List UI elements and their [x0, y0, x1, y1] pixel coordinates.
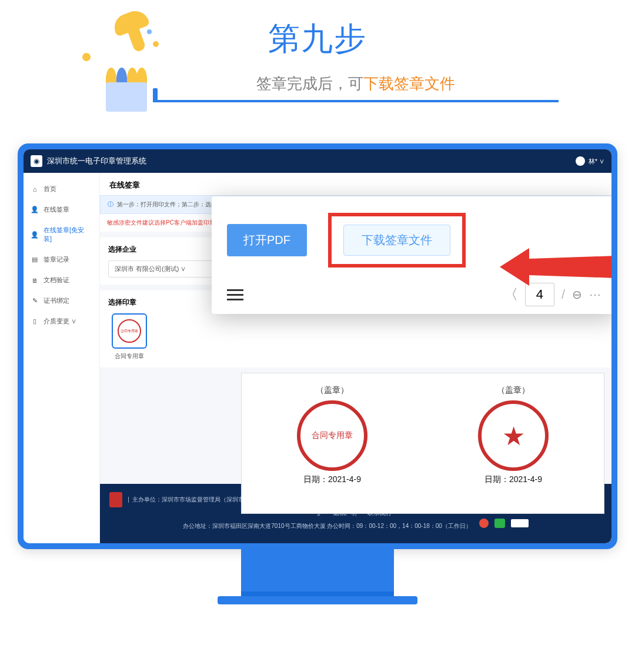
app-title: 深圳市统一电子印章管理系统	[47, 156, 146, 166]
sidebar-item-home[interactable]: ⌂ 首页	[24, 179, 99, 199]
doc-seal-block-2: （盖章） ★ 日期：2021-4-9	[437, 385, 590, 513]
stamp-icon	[105, 5, 166, 66]
sidebar-item-label: 证书绑定	[44, 296, 69, 305]
monitor-screen: ◉ 深圳市统一电子印章管理系统 林* ∨ ⌂ 首页 👤	[18, 143, 617, 549]
sidebar-item-label: 在线签章	[44, 205, 69, 214]
seal-center-text-1: 合同专用章	[312, 430, 353, 441]
sidebar-item-online-sign[interactable]: 👤 在线签章	[24, 199, 99, 220]
seal-name: 合同专用章	[108, 352, 151, 360]
sidebar-item-media-change[interactable]: ▯ 介质变更 ∨	[24, 311, 99, 332]
monitor-base	[218, 596, 417, 604]
monitor: ◉ 深圳市统一电子印章管理系统 林* ∨ ⌂ 首页 👤	[18, 143, 617, 604]
seal-small-icon: 合同专用章	[118, 319, 141, 343]
sidebar-item-label: 签章记录	[44, 255, 69, 264]
wechat-icon[interactable]	[494, 519, 505, 528]
document-preview: （盖章） 合同专用章 日期：2021-4-9 （盖章） ★ 日期：2021-4-…	[241, 373, 604, 514]
seal-option[interactable]: 合同专用章 合同专用章	[108, 313, 151, 360]
svg-marker-0	[500, 248, 611, 286]
doc-label-2: （盖章）	[437, 385, 590, 396]
seal-stamp-1: 合同专用章	[297, 400, 367, 471]
info-icon: ⓘ	[108, 200, 113, 209]
cert-icon: ✎	[31, 297, 39, 305]
sidebar-item-records[interactable]: ▤ 签章记录	[24, 249, 99, 270]
star-icon: ★	[499, 421, 528, 450]
menu-icon[interactable]	[227, 289, 243, 300]
open-pdf-button[interactable]: 打开PDF	[227, 224, 307, 256]
usb-icon: ▯	[31, 317, 39, 326]
download-highlight-box: 下载签章文件	[328, 213, 466, 268]
user-seal-icon: 👤	[31, 230, 39, 239]
seal-stamp-2: ★	[478, 400, 549, 471]
doc-date-2: 日期：2021-4-9	[437, 474, 590, 485]
sidebar: ⌂ 首页 👤 在线签章 👤 在线签章[免安装] ▤ 签章记录	[24, 173, 100, 543]
shield-icon	[109, 492, 122, 507]
step-description: 签章完成后，可下载签章文件	[153, 73, 559, 94]
pot-icon	[106, 82, 147, 112]
step-desc-text: 签章完成后，可	[256, 75, 363, 92]
sidebar-item-online-sign-noinstall[interactable]: 👤 在线签章[免安装]	[24, 220, 99, 249]
page-title: 在线签章	[100, 173, 611, 195]
user-seal-icon: 👤	[31, 206, 39, 214]
sidebar-item-doc-verify[interactable]: 🗎 文档验证	[24, 270, 99, 290]
company-select[interactable]: 深圳市 有限公司(测试) ∨	[108, 260, 214, 278]
doc-seal-block-1: （盖章） 合同专用章 日期：2021-4-9	[256, 385, 409, 513]
cert-badge-icon	[511, 519, 529, 527]
user-menu[interactable]: 林* ∨	[576, 156, 604, 166]
seal-thumb: 合同专用章	[112, 313, 147, 349]
doc-date-1: 日期：2021-4-9	[256, 474, 409, 485]
home-icon: ⌂	[31, 185, 39, 193]
app-header: ◉ 深圳市统一电子印章管理系统 林* ∨	[24, 149, 611, 173]
doc-label-1: （盖章）	[256, 385, 409, 396]
list-icon: ▤	[31, 256, 39, 264]
title-underline	[153, 100, 559, 102]
step-desc-highlight: 下载签章文件	[363, 75, 455, 92]
step-illustration	[88, 18, 159, 123]
monitor-stand	[241, 549, 394, 596]
download-seal-file-button[interactable]: 下载签章文件	[343, 225, 450, 256]
sidebar-item-cert-bind[interactable]: ✎ 证书绑定	[24, 290, 99, 311]
footer-badges	[479, 519, 529, 528]
app-logo-icon: ◉	[31, 155, 42, 167]
toolbar-popup: 打开PDF 下载签章文件 〈 / ⊖	[212, 196, 611, 314]
footer-line2: 办公地址：深圳市福田区深南大道7010号工商物价大厦 办公时间：09：00-12…	[109, 519, 602, 531]
file-icon: 🗎	[31, 276, 39, 285]
app-window: ◉ 深圳市统一电子印章管理系统 林* ∨ ⌂ 首页 👤	[24, 149, 611, 543]
warning-text: 敏感涉密文件建议选择PC客户端加盖印章。	[107, 219, 221, 227]
user-name: 林* ∨	[589, 157, 604, 166]
company-select-value: 深圳市 有限公司(测试) ∨	[115, 265, 186, 273]
red-arrow-icon	[500, 243, 611, 290]
step-header: 第九步 签章完成后，可下载签章文件	[71, 0, 564, 114]
sidebar-item-label: 在线签章[免安装]	[44, 226, 92, 243]
sidebar-item-label: 介质变更 ∨	[44, 317, 76, 326]
weibo-icon[interactable]	[479, 519, 489, 528]
sidebar-item-label: 首页	[44, 185, 56, 193]
avatar-icon	[576, 156, 585, 166]
sidebar-item-label: 文档验证	[44, 276, 69, 285]
